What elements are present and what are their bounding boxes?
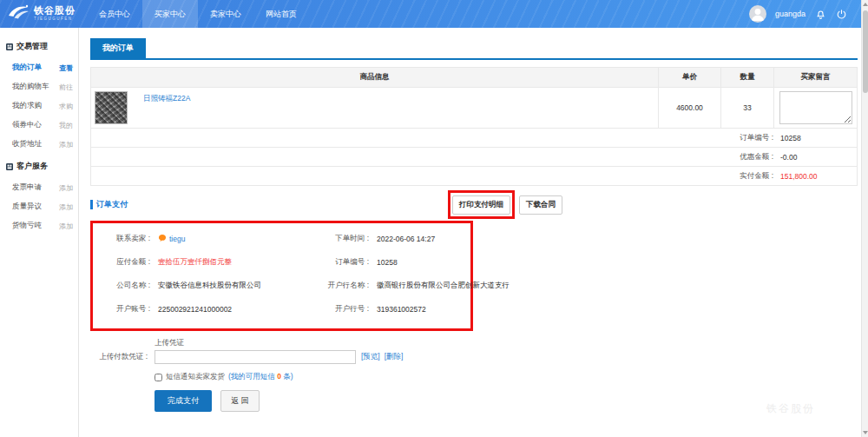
bank-code-value: 319361002572 <box>377 305 510 314</box>
sidebar-item-action[interactable]: 添加 <box>59 222 73 231</box>
sidebar-item-label: 货物亏吨 <box>12 221 42 231</box>
order-number-value: 10258 <box>377 258 510 267</box>
sms-available-count: 0 <box>277 372 281 381</box>
username[interactable]: guangda <box>775 10 806 18</box>
order-table-row: 日照铸福Z22A 4600.00 33 <box>91 88 857 129</box>
summary-label: 实付金额 : <box>740 171 773 182</box>
bell-icon[interactable] <box>814 8 826 20</box>
contact-seller-link[interactable]: tiegu <box>158 234 295 244</box>
sms-notify-label: 短信通知卖家发货 <box>166 372 225 382</box>
sidebar-item-action[interactable]: 添加 <box>59 183 73 193</box>
topbar-user-area: guangda <box>749 5 856 23</box>
vertical-scrollbar[interactable] <box>861 0 868 437</box>
sms-notify-checkbox[interactable] <box>155 374 162 381</box>
sms-notify-row: 短信通知卖家发货 (我的可用短信 0 条) <box>155 372 858 382</box>
preview-link[interactable]: [预览] <box>361 352 380 362</box>
summary-value: 10258 <box>780 134 857 142</box>
col-unit-price: 单价 <box>659 68 721 87</box>
chat-bubble-icon <box>158 234 167 244</box>
field-label: 开户行号 : <box>303 304 369 315</box>
logo[interactable]: 铁谷股份 TIEGUGUFEN <box>0 3 87 24</box>
top-navbar: 铁谷股份 TIEGUGUFEN 会员中心 买家中心 卖家中心 网站首页 guan… <box>0 0 868 28</box>
col-buyer-message: 买家留言 <box>774 68 857 87</box>
bank-account-value: 225002921241000002 <box>158 305 295 314</box>
amount-due-value: 壹拾伍万壹仟捌佰元整 <box>158 257 295 268</box>
sidebar-section-trade: 交易管理 <box>0 34 78 58</box>
upload-row-label: 上传付款凭证 : <box>90 352 148 362</box>
quantity-cell: 33 <box>721 88 774 128</box>
sidebar-item-my-purchase[interactable]: 我的求购 求购 <box>0 96 78 116</box>
sms-hint-suffix: 条) <box>283 372 293 381</box>
product-thumbnail[interactable] <box>95 91 128 124</box>
sidebar-item-my-cart[interactable]: 我的购物车 前往 <box>0 77 78 96</box>
summary-row-paid-amount: 实付金额 : 151,800.00 <box>91 167 857 186</box>
summary-row-order-no: 订单编号 : 10258 <box>91 129 857 148</box>
buyer-message-cell <box>774 88 857 128</box>
bank-name-value: 徽商银行股份有限公司合肥创新大道支行 <box>377 281 510 291</box>
summary-label: 优惠金额 : <box>740 152 773 162</box>
complete-payment-button[interactable]: 完成支付 <box>155 390 212 412</box>
sidebar-item-action[interactable]: 求购 <box>59 102 73 111</box>
download-contract-button[interactable]: 下载合同 <box>519 195 562 215</box>
sidebar-item-action[interactable]: 查看 <box>59 63 73 73</box>
sidebar-item-coupon-center[interactable]: 领券中心 我的 <box>0 116 78 135</box>
upload-links: [预览] [删除] <box>361 352 403 362</box>
tab-my-orders[interactable]: 我的订单 <box>90 38 146 58</box>
section-grid-icon <box>6 38 13 54</box>
nav-buyer-center[interactable]: 买家中心 <box>142 0 198 28</box>
sidebar-item-label: 我的购物车 <box>12 82 49 92</box>
nav-seller-center[interactable]: 卖家中心 <box>198 0 253 28</box>
scrollbar-down-arrow-icon[interactable] <box>863 431 868 434</box>
logo-swoosh-icon <box>7 3 30 24</box>
scrollbar-thumb[interactable] <box>863 10 868 93</box>
order-table-header: 商品信息 单价 数量 买家留言 <box>91 68 857 88</box>
sidebar-item-label: 质量异议 <box>12 202 42 212</box>
upload-row: 上传付款凭证 : [预览] [删除] <box>90 350 858 364</box>
logo-title: 铁谷股份 <box>34 6 76 16</box>
product-cell: 日照铸福Z22A <box>91 88 659 128</box>
sidebar-item-action[interactable]: 添加 <box>59 202 73 212</box>
col-product-info: 商品信息 <box>91 68 659 87</box>
user-avatar[interactable] <box>749 5 766 23</box>
sidebar-item-shipping-address[interactable]: 收货地址 添加 <box>0 135 78 154</box>
sms-hint-prefix: (我的可用短信 <box>228 372 275 381</box>
logout-power-icon[interactable] <box>835 8 847 20</box>
sidebar-item-label: 收货地址 <box>12 139 42 149</box>
nav-site-home[interactable]: 网站首页 <box>253 0 309 28</box>
sidebar-item-quality-dispute[interactable]: 质量异议 添加 <box>0 197 78 216</box>
field-label: 下单时间 : <box>303 234 369 244</box>
sidebar-item-action[interactable]: 我的 <box>59 121 73 130</box>
page-watermark: 铁谷股份 <box>766 401 815 416</box>
summary-row-discount: 优惠金额 : -0.00 <box>91 148 857 167</box>
sms-hint: (我的可用短信 0 条) <box>228 372 293 382</box>
unit-price-cell: 4600.00 <box>659 88 721 128</box>
sidebar-section-title: 交易管理 <box>16 41 48 52</box>
sidebar-section-service: 客户服务 <box>0 154 78 178</box>
order-table: 商品信息 单价 数量 买家留言 日照铸福Z22A 4600.00 33 <box>90 67 858 186</box>
tab-bar: 我的订单 <box>90 38 858 60</box>
seller-name[interactable]: tiegu <box>169 235 185 243</box>
field-label: 公司名称 : <box>96 281 150 291</box>
sidebar-item-action[interactable]: 添加 <box>59 140 73 149</box>
sidebar-item-cargo-shortage[interactable]: 货物亏吨 添加 <box>0 216 78 235</box>
sidebar-item-action[interactable]: 前往 <box>59 83 73 92</box>
sidebar-item-my-orders[interactable]: 我的订单 查看 <box>0 58 78 77</box>
buyer-message-textarea[interactable] <box>779 91 852 124</box>
print-payment-detail-button[interactable]: 打印支付明细 <box>452 195 510 215</box>
company-name-value: 安徽铁谷信息科技股份有限公司 <box>158 281 295 291</box>
delete-link[interactable]: [删除] <box>385 352 404 362</box>
upload-field-label: 上传凭证 <box>155 338 858 348</box>
sidebar-item-invoice-request[interactable]: 发票申请 添加 <box>0 178 78 197</box>
back-button[interactable]: 返 回 <box>220 390 260 412</box>
product-name-link[interactable]: 日照铸福Z22A <box>143 94 190 104</box>
scrollbar-up-arrow-icon[interactable] <box>863 3 868 6</box>
field-label: 联系卖家 : <box>96 234 150 244</box>
field-label: 开户行名称 : <box>303 281 369 291</box>
summary-value-paid: 151,800.00 <box>780 172 857 181</box>
voucher-path-input[interactable] <box>155 350 356 364</box>
section-title: 订单支付 <box>90 199 128 210</box>
nav-member-center[interactable]: 会员中心 <box>87 0 142 28</box>
order-time-value: 2022-06-06 14:27 <box>377 235 510 243</box>
page: 铁谷股份 TIEGUGUFEN 会员中心 买家中心 卖家中心 网站首页 guan… <box>0 0 868 437</box>
sidebar-item-label: 我的订单 <box>12 63 42 73</box>
